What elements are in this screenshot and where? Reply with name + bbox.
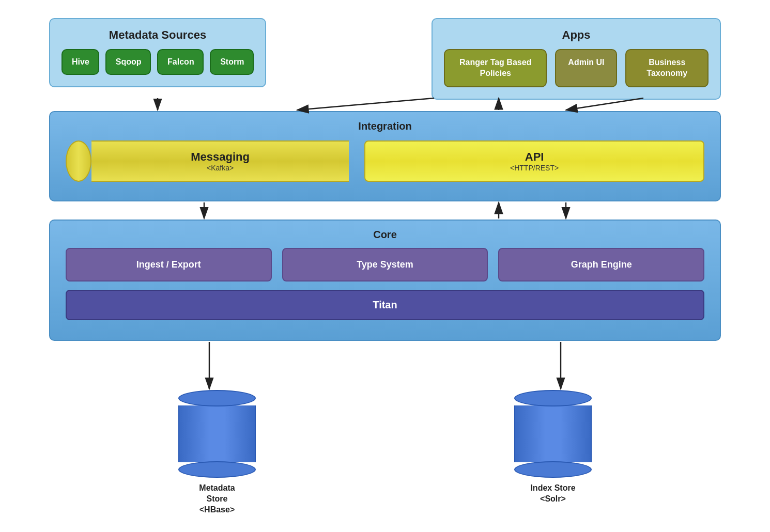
diagram-container: Metadata Sources Hive Sqoop Falcon Storm… [49, 18, 721, 514]
metadata-sources-title: Metadata Sources [61, 28, 254, 42]
messaging-title: Messaging [191, 150, 250, 164]
integration-title: Integration [66, 120, 704, 132]
arrow-ranger-to-integration [297, 98, 434, 110]
kafka-cylinder: Messaging <Kafka> [66, 140, 349, 182]
core-ingest: Ingest / Export [66, 248, 272, 281]
db-body-right [514, 405, 592, 462]
integration-section: Integration Messaging <Kafka> API <HTTP/… [49, 111, 721, 201]
app-ranger: Ranger Tag Based Policies [444, 49, 547, 87]
api-wrapper: API <HTTP/REST> [364, 140, 704, 182]
metadata-sources-box: Metadata Sources Hive Sqoop Falcon Storm [49, 18, 266, 87]
messaging-body: Messaging <Kafka> [91, 140, 349, 182]
cylinder-cap [66, 140, 91, 182]
metadata-sources-items: Hive Sqoop Falcon Storm [61, 49, 254, 75]
bottom-row: Metadata Store <HBase> Index Store <Solr… [49, 390, 721, 515]
apps-items: Ranger Tag Based Policies Admin UI Busin… [444, 49, 709, 87]
source-falcon: Falcon [157, 49, 204, 75]
arrow-taxonomy-to-api [566, 98, 643, 110]
source-storm: Storm [210, 49, 254, 75]
db-bottom-left [178, 461, 256, 478]
metadata-store-db: Metadata Store <HBase> [168, 390, 266, 515]
messaging-wrapper: Messaging <Kafka> [66, 140, 349, 182]
apps-title: Apps [444, 28, 709, 42]
core-section: Core Ingest / Export Type System Graph E… [49, 220, 721, 341]
index-store-label: Index Store <Solr> [530, 483, 575, 505]
api-title: API [525, 150, 544, 164]
api-subtitle: <HTTP/REST> [510, 164, 559, 172]
source-sqoop: Sqoop [105, 49, 151, 75]
app-taxonomy: Business Taxonomy [625, 49, 709, 87]
messaging-subtitle: <Kafka> [207, 164, 234, 172]
titan-bar: Titan [66, 290, 704, 320]
core-components: Ingest / Export Type System Graph Engine [66, 248, 704, 281]
index-store-db: Index Store <Solr> [504, 390, 602, 505]
db-top-left [178, 390, 256, 406]
core-type-system: Type System [282, 248, 488, 281]
integration-items: Messaging <Kafka> API <HTTP/REST> [66, 140, 704, 182]
source-hive: Hive [61, 49, 99, 75]
app-admin: Admin UI [555, 49, 617, 87]
apps-box: Apps Ranger Tag Based Policies Admin UI … [432, 18, 721, 100]
core-title: Core [66, 229, 704, 241]
db-body-left [178, 405, 256, 462]
metadata-store-label: Metadata Store <HBase> [199, 483, 235, 515]
db-bottom-right [514, 461, 592, 478]
api-box: API <HTTP/REST> [364, 140, 704, 182]
core-graph-engine: Graph Engine [498, 248, 704, 281]
db-top-right [514, 390, 592, 406]
